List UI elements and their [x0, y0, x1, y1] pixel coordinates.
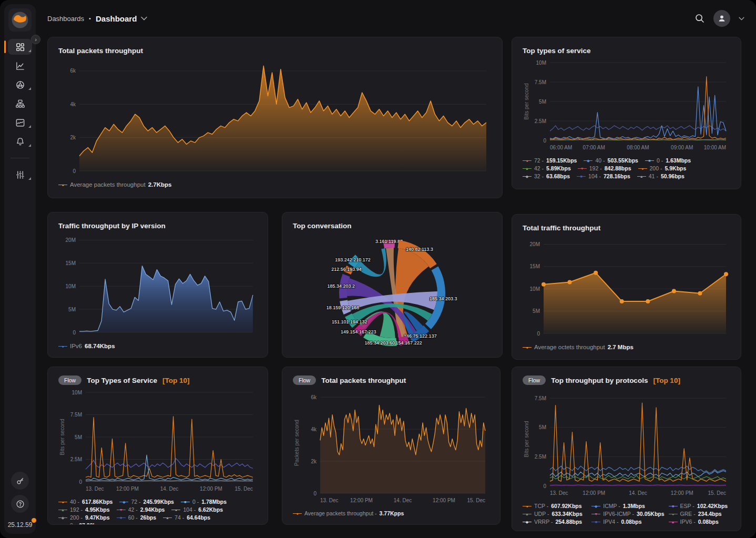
svg-text:Packets per second: Packets per second — [294, 420, 300, 466]
svg-text:12:00 PM: 12:00 PM — [583, 490, 605, 496]
svg-text:0: 0 — [73, 330, 76, 336]
legend-item[interactable]: ▲IPV6 -0.08bps — [669, 519, 730, 525]
panel-title: Total packets throughput — [321, 377, 406, 384]
svg-text:14. Dec: 14. Dec — [629, 490, 647, 496]
sidebar-item-dashboards[interactable] — [8, 39, 32, 55]
svg-text:5M: 5M — [533, 308, 540, 314]
legend-item[interactable]: ◆40 -503.55Kbps — [584, 157, 638, 164]
topbar: Dashboards • Dashboard — [47, 0, 744, 37]
legend-item[interactable]: ◆VRRP -254.88bps — [523, 519, 587, 525]
user-icon — [717, 14, 727, 23]
bell-icon — [15, 137, 25, 147]
svg-text:5M: 5M — [68, 307, 76, 312]
svg-text:149.154.167.223: 149.154.167.223 — [341, 329, 376, 334]
chart-legend: ●Average packets throughput2.7Kbps — [58, 181, 492, 188]
legend-item[interactable]: ▼IPV6-ICMP -30.05Kbps — [591, 511, 664, 517]
top10-label: [Top 10] — [162, 377, 190, 384]
search-icon — [694, 13, 705, 24]
dashboard-dropdown-chevron-icon[interactable] — [141, 16, 147, 21]
expand-caret-icon — [28, 49, 31, 52]
legend-item[interactable]: ●IPv668.74Kbps — [58, 343, 115, 349]
legend-item[interactable]: ●72 -159.15Kbps — [523, 157, 577, 164]
sidebar-item-alerts[interactable] — [8, 134, 32, 149]
flow-protocols-chart: 02.5M5M7.5M13. Dec12:00 PM14. Dec12:00 P… — [523, 388, 730, 498]
svg-text:5M: 5M — [539, 424, 546, 430]
panel-total-packets-throughput: Total packets throughput 02k4k6k ●Averag… — [47, 37, 503, 198]
sidebar-item-settings[interactable] — [8, 167, 32, 182]
legend-item[interactable]: ●200 -5.9Kbps — [638, 165, 687, 171]
chart-legend: ●IPv668.74Kbps — [58, 343, 257, 349]
sidebar-divider — [11, 158, 29, 158]
svg-text:185.34.203.60: 185.34.203.60 — [365, 340, 395, 346]
app-window: › — [0, 0, 756, 538]
user-menu-chevron-icon[interactable] — [739, 17, 744, 21]
legend-item[interactable]: ▼192 -842.88bps — [578, 165, 631, 171]
svg-text:15. Dec: 15. Dec — [235, 486, 253, 492]
api-key-button[interactable] — [11, 472, 29, 490]
svg-text:0: 0 — [537, 331, 540, 337]
svg-text:13. Dec: 13. Dec — [320, 498, 338, 503]
legend-item[interactable]: ▲74 -64.64bps — [163, 514, 210, 521]
page-title[interactable]: Dashboard — [96, 14, 137, 23]
legend-item[interactable]: ▲42 -5.89Kbps — [523, 165, 571, 171]
legend-item[interactable]: ▲41 -50.96bps — [637, 173, 685, 179]
legend-item[interactable]: ●TCP -607.92Kbps — [523, 503, 587, 509]
legend-item[interactable]: ◆ICMP -1.3Mbps — [591, 503, 664, 509]
panel-total-traffic-throughput: Total traffic throughput 05M10M15M20M ●A… — [512, 214, 741, 360]
svg-text:10M: 10M — [530, 286, 540, 292]
chart-legend: ●Average octets throughput2.7 Mbps — [523, 344, 730, 350]
svg-text:12:00 PM: 12:00 PM — [433, 498, 455, 503]
legend-item[interactable]: ▼8 -27.28bps — [58, 522, 103, 525]
sidebar-item-reports[interactable] — [8, 115, 32, 130]
panel-top-conversation: Top conversation 3.161.119.87140.82.113.… — [282, 212, 503, 358]
panel-ip-version: Traffic throughput by IP version 05M10M1… — [47, 212, 268, 358]
top-conversation-chord-chart: 3.161.119.87140.82.113.3185.34.203.3146.… — [293, 234, 492, 352]
panel-title: Top conversation — [293, 222, 352, 230]
key-icon — [16, 476, 25, 485]
breadcrumb[interactable]: Dashboards — [47, 15, 84, 23]
top10-label: [Top 10] — [653, 377, 680, 384]
legend-item[interactable]: ▲UDP -633.34Kbps — [523, 511, 587, 517]
chart-legend: ●TCP -607.92Kbps◆ICMP -1.3Mbps■ESP -102.… — [523, 503, 730, 525]
legend-item[interactable]: ▲192 -4.95Kbps — [58, 506, 110, 513]
sidebar-item-topology[interactable] — [8, 96, 32, 111]
search-button[interactable] — [694, 13, 705, 24]
dashboard-grid: Total packets throughput 02k4k6k ●Averag… — [47, 37, 741, 531]
legend-item[interactable]: ●40 -617.86Kbps — [58, 499, 113, 505]
svg-text:212.56.193.94: 212.56.193.94 — [331, 267, 362, 272]
svg-text:09:00 AM: 09:00 AM — [671, 145, 693, 150]
legend-item[interactable]: ▼42 -2.94Kbps — [117, 506, 165, 513]
svg-text:0: 0 — [543, 138, 546, 144]
total-packets-chart: 02k4k6k — [58, 58, 491, 176]
legend-item[interactable]: ●GRE -234.4bps — [669, 511, 730, 517]
legend-item[interactable]: ■0 -1.63Mbps — [645, 157, 691, 164]
legend-item[interactable]: ◆72 -245.99Kbps — [119, 499, 173, 505]
top-types-chart: 02.5M5M7.5M10M06:00 AM07:00 AM08:00 AM09… — [523, 58, 730, 152]
legend-item[interactable]: ●Average packets throughput2.7Kbps — [58, 181, 171, 188]
legend-item[interactable]: ◆200 -9.47Kbps — [58, 514, 110, 521]
legend-item[interactable]: ●Average packets throughput -3.77Kpps — [293, 510, 404, 516]
legend-item[interactable]: ■ESP -102.42Kbps — [669, 503, 730, 509]
svg-text:14. Dec: 14. Dec — [394, 498, 412, 503]
legend-item[interactable]: ●104 -6.62Kbps — [171, 506, 223, 513]
help-button[interactable] — [11, 495, 29, 513]
legend-item[interactable]: ■104 -728.16bps — [577, 173, 630, 179]
svg-text:12:00 PM: 12:00 PM — [200, 486, 222, 492]
svg-text:13. Dec: 13. Dec — [550, 490, 568, 496]
svg-text:151.101.194.132: 151.101.194.132 — [332, 319, 367, 324]
sidebar-bottom: 25.12.59 — [8, 472, 33, 534]
flow-badge: Flow — [58, 375, 81, 385]
user-avatar[interactable] — [713, 10, 730, 27]
legend-item[interactable]: ■60 -26bps — [117, 514, 156, 521]
legend-item[interactable]: ◆32 -63.68bps — [523, 173, 570, 179]
expand-caret-icon — [28, 125, 31, 128]
sidebar-item-traffic[interactable] — [8, 77, 32, 93]
svg-text:15. Dec: 15. Dec — [708, 490, 726, 496]
legend-item[interactable]: ■IPV4 -0.08bps — [591, 519, 664, 525]
panel-title: Traffic throughput by IP version — [58, 222, 166, 230]
legend-item[interactable]: ■0 -1.78Mbps — [181, 499, 227, 505]
sidebar-expand-button[interactable]: › — [31, 35, 40, 44]
legend-item[interactable]: ●Average octets throughput2.7 Mbps — [523, 344, 634, 350]
app-logo[interactable] — [8, 8, 32, 32]
sidebar-item-analytics[interactable] — [8, 58, 32, 74]
